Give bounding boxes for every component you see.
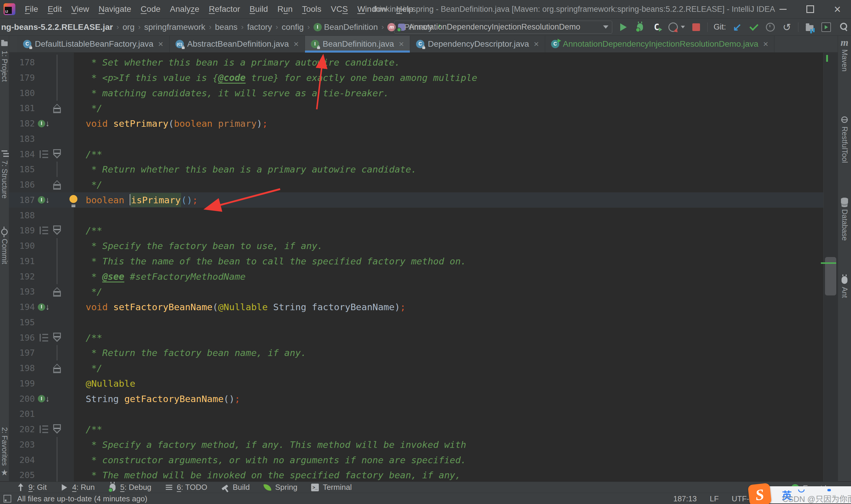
line-number[interactable]: 180 xyxy=(9,85,35,101)
breadcrumb-item[interactable]: beans xyxy=(215,22,238,32)
sidebar-item-maven[interactable]: mMaven xyxy=(840,39,849,72)
sidebar-item-database[interactable]: Database xyxy=(840,199,849,241)
implemented-marker-icon[interactable]: I↓ xyxy=(37,116,53,131)
menu-item-build[interactable]: Build xyxy=(246,3,272,16)
line-number[interactable]: 203 xyxy=(9,437,35,452)
profiler-dropdown-icon[interactable] xyxy=(681,26,685,29)
profiler-button[interactable] xyxy=(668,22,678,33)
tool-window-toggle-icon[interactable] xyxy=(3,495,11,503)
menu-item-edit[interactable]: Edit xyxy=(43,3,66,16)
run-anything-button[interactable] xyxy=(821,22,832,33)
menu-item-view[interactable]: View xyxy=(67,3,93,16)
tab-DependencyDescriptor.java[interactable]: CDependencyDescriptor.java× xyxy=(410,36,545,52)
sidebar-item-restfultool[interactable]: RestfulTool xyxy=(840,116,849,163)
tab-AnnotationDependencyInjectionResolutionDemo.java[interactable]: CAnnotationDependencyInjectionResolution… xyxy=(545,36,775,52)
update-project-button[interactable]: ↙ xyxy=(732,22,743,33)
fold-marker-icon[interactable] xyxy=(53,177,61,192)
implemented-marker-icon[interactable]: I↓ xyxy=(37,391,53,407)
line-number[interactable]: 190 xyxy=(9,238,35,253)
fold-marker-icon[interactable] xyxy=(53,421,61,437)
line-number[interactable]: 195 xyxy=(9,314,35,330)
line-number[interactable]: 181 xyxy=(9,101,35,116)
line-number[interactable]: 179 xyxy=(9,70,35,85)
run-configuration-select[interactable]: AnnotationDependencyInjectionResolutionD… xyxy=(394,21,612,34)
breadcrumb-item[interactable]: IBeanDefinition xyxy=(313,22,378,32)
tab-AbstractBeanDefinition.java[interactable]: (C)AbstractBeanDefinition.java× xyxy=(169,36,305,52)
stop-button[interactable] xyxy=(691,22,702,33)
debug-button[interactable] xyxy=(635,22,645,33)
fold-marker-icon[interactable] xyxy=(53,101,61,116)
line-number[interactable]: 188 xyxy=(9,208,35,223)
line-number[interactable]: 205 xyxy=(9,467,35,482)
breadcrumb-item[interactable]: org xyxy=(123,22,134,32)
line-number[interactable]: 186 xyxy=(9,177,35,192)
line-separator[interactable]: LF xyxy=(710,494,719,503)
toolwindow-button-terminal[interactable]: >_Terminal xyxy=(311,483,351,492)
fold-marker-icon[interactable] xyxy=(53,330,61,345)
sidebar-item-structure[interactable]: 7: Structure xyxy=(0,150,9,199)
breadcrumb-item[interactable]: springframework xyxy=(144,22,205,32)
toolwindow-button-build[interactable]: Build xyxy=(221,483,250,492)
minimize-icon[interactable] xyxy=(769,0,797,18)
commit-button[interactable] xyxy=(748,22,759,33)
line-number[interactable]: 193 xyxy=(9,284,35,299)
caret-position[interactable]: 187:13 xyxy=(673,494,697,503)
sidebar-item-project[interactable]: 1: Project xyxy=(0,40,9,82)
breadcrumb-item[interactable]: factory xyxy=(247,22,272,32)
menu-item-code[interactable]: Code xyxy=(137,3,165,16)
code-editor[interactable]: 177/**178 * Set whether this bean is a p… xyxy=(9,53,838,482)
line-number[interactable]: 187 xyxy=(9,192,35,208)
tab-close-icon[interactable]: × xyxy=(294,39,299,49)
search-everywhere-button[interactable] xyxy=(837,22,848,33)
tab-close-icon[interactable]: × xyxy=(533,39,539,49)
menu-item-analyze[interactable]: Analyze xyxy=(166,3,204,16)
fold-marker-icon[interactable] xyxy=(53,284,61,299)
run-button[interactable] xyxy=(618,22,629,33)
line-number[interactable]: 198 xyxy=(9,360,35,376)
line-number[interactable]: 183 xyxy=(9,131,35,146)
inspections-ok-icon[interactable] xyxy=(826,55,828,60)
fold-marker-icon[interactable] xyxy=(53,146,61,162)
breadcrumb-item[interactable]: config xyxy=(282,22,304,32)
sogou-logo-icon[interactable]: S xyxy=(747,483,772,504)
line-number[interactable]: 201 xyxy=(9,406,35,421)
close-icon[interactable]: × xyxy=(824,0,851,18)
tab-close-icon[interactable]: × xyxy=(158,39,163,49)
line-number[interactable]: 178 xyxy=(9,55,35,70)
gutter-doc-icon[interactable] xyxy=(37,330,53,345)
line-number[interactable]: 197 xyxy=(9,345,35,360)
tab-BeanDefinition.java[interactable]: IBeanDefinition.java× xyxy=(305,36,410,52)
menu-item-navigate[interactable]: Navigate xyxy=(94,3,135,16)
maximize-icon[interactable] xyxy=(797,0,824,18)
rollback-button[interactable]: ↺ xyxy=(782,22,792,33)
history-button[interactable] xyxy=(765,22,776,33)
menu-item-vcs[interactable]: VCS xyxy=(327,3,352,16)
implemented-marker-icon[interactable]: I↓ xyxy=(37,299,53,314)
tab-DefaultListableBeanFactory.java[interactable]: CDefaultListableBeanFactory.java× xyxy=(17,36,169,52)
coverage-button[interactable]: C xyxy=(651,22,662,33)
menu-item-tools[interactable]: Tools xyxy=(298,3,325,16)
toolwindow-button-todo[interactable]: 6: TODO xyxy=(165,483,207,492)
toolwindow-button-debug[interactable]: 5: Debug xyxy=(108,483,151,492)
line-number[interactable]: 189 xyxy=(9,223,35,238)
line-number[interactable]: 202 xyxy=(9,421,35,437)
line-number[interactable]: 185 xyxy=(9,162,35,177)
implemented-marker-icon[interactable]: I↓ xyxy=(37,192,53,208)
toolwindow-button-git[interactable]: 9: Git xyxy=(17,483,47,492)
line-number[interactable]: 182 xyxy=(9,116,35,131)
tab-close-icon[interactable]: × xyxy=(399,39,404,49)
line-number[interactable]: 191 xyxy=(9,253,35,269)
line-number[interactable]: 200 xyxy=(9,391,35,407)
line-number[interactable]: 196 xyxy=(9,330,35,345)
sidebar-item-commit[interactable]: Commit xyxy=(0,228,9,264)
line-number[interactable]: 194 xyxy=(9,299,35,314)
gutter-doc-icon[interactable] xyxy=(37,223,53,238)
line-number[interactable]: 204 xyxy=(9,452,35,468)
sidebar-item-ant[interactable]: Ant xyxy=(840,276,849,298)
menu-item-refactor[interactable]: Refactor xyxy=(205,3,245,16)
sidebar-item-favorites[interactable]: 2: Favorites★ xyxy=(0,427,9,476)
fold-marker-icon[interactable] xyxy=(53,360,61,376)
intention-bulb-icon[interactable] xyxy=(69,195,77,203)
toolwindow-button-spring[interactable]: Spring xyxy=(263,483,297,492)
gutter-doc-icon[interactable] xyxy=(37,146,53,162)
